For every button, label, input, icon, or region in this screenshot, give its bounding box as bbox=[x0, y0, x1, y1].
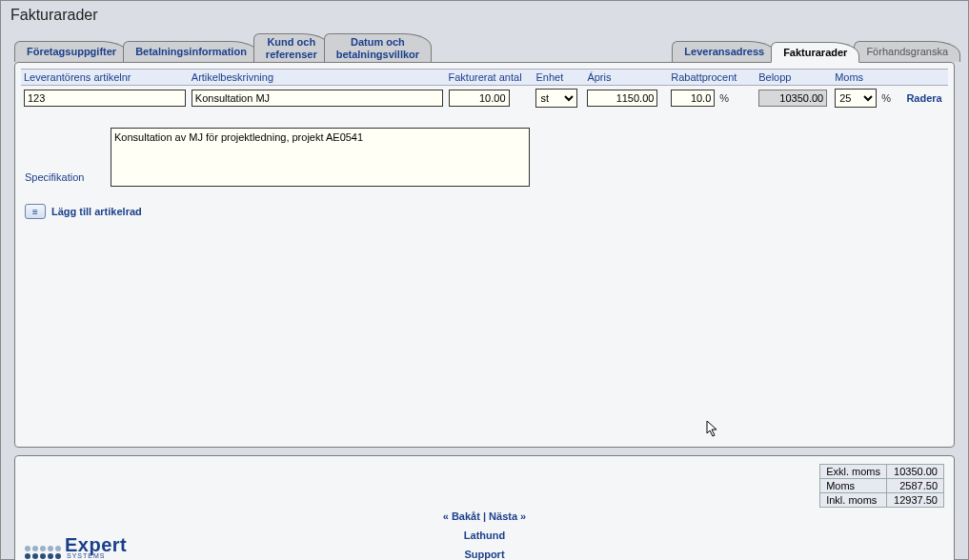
brand-logo: Expert SYSTEMS bbox=[25, 535, 127, 559]
invoice-lines-panel: Leverantörens artikelnr Artikelbeskrivni… bbox=[14, 62, 955, 448]
discount-input[interactable] bbox=[671, 90, 715, 107]
invoice-line-row: st % 25 % Radera bbox=[21, 86, 948, 110]
tab-company[interactable]: Företagsuppgifter bbox=[14, 41, 129, 62]
total-incl-value: 12937.50 bbox=[887, 493, 944, 508]
vat-select[interactable]: 25 bbox=[835, 89, 877, 108]
logo-dots-icon bbox=[25, 546, 61, 559]
amount-output bbox=[758, 90, 827, 107]
col-qty: Fakturerat antal bbox=[446, 71, 534, 83]
totals-table: Exkl. moms 10350.00 Moms 2587.50 Inkl. m… bbox=[819, 464, 944, 508]
tab-bar: Företagsuppgifter Betalningsinformation … bbox=[1, 28, 968, 62]
total-vat-label: Moms bbox=[820, 479, 887, 493]
tab-payment-info[interactable]: Betalningsinformation bbox=[123, 41, 259, 62]
tab-customer-refs[interactable]: Kund och referenser bbox=[253, 33, 330, 62]
add-line-icon: ≡ bbox=[25, 204, 46, 219]
tab-preview[interactable]: Förhandsgranska bbox=[854, 41, 960, 62]
specification-textarea[interactable]: Konsultation av MJ för projektledning, p… bbox=[111, 128, 530, 187]
col-delete bbox=[900, 71, 948, 83]
footer-panel: Exkl. moms 10350.00 Moms 2587.50 Inkl. m… bbox=[14, 455, 955, 560]
description-input[interactable] bbox=[192, 90, 443, 107]
grid-header: Leverantörens artikelnr Artikelbeskrivni… bbox=[21, 69, 948, 86]
cursor-icon bbox=[706, 420, 721, 439]
tab-delivery-address[interactable]: Leveransadress bbox=[672, 41, 777, 62]
vat-pct-label: % bbox=[879, 92, 891, 104]
tab-spacer bbox=[426, 41, 677, 62]
nav-sep: | bbox=[480, 510, 489, 522]
col-article-no: Leverantörens artikelnr bbox=[21, 71, 189, 83]
qty-input[interactable] bbox=[449, 90, 510, 107]
nav-back-link[interactable]: « Bakåt bbox=[443, 510, 480, 522]
total-incl-label: Inkl. moms bbox=[820, 493, 887, 508]
nav-next-link[interactable]: Nästa » bbox=[489, 510, 526, 522]
col-amount: Belopp bbox=[756, 71, 832, 83]
add-line-button[interactable]: ≡ Lägg till artikelrad bbox=[25, 204, 948, 219]
nav-support-link[interactable]: Support bbox=[464, 549, 504, 560]
col-vat: Moms bbox=[832, 71, 900, 83]
page-title: Fakturarader bbox=[1, 1, 968, 28]
unit-select[interactable]: st bbox=[535, 89, 577, 108]
discount-pct-label: % bbox=[717, 92, 729, 104]
nav-help-link[interactable]: Lathund bbox=[464, 530, 505, 541]
tab-date-terms[interactable]: Datum och betalningsvillkor bbox=[324, 33, 432, 62]
delete-line-link[interactable]: Radera bbox=[906, 92, 941, 104]
col-description: Artikelbeskrivning bbox=[189, 71, 446, 83]
tab-invoice-lines[interactable]: Fakturarader bbox=[771, 42, 859, 64]
specification-label: Specifikation bbox=[25, 171, 111, 187]
price-input[interactable] bbox=[587, 90, 657, 107]
col-unit: Enhet bbox=[533, 71, 584, 83]
logo-brand-text: Expert bbox=[65, 535, 127, 554]
footer-nav: « Bakåt | Nästa » Lathund Support bbox=[25, 508, 944, 560]
article-no-input[interactable] bbox=[24, 90, 186, 107]
total-vat-value: 2587.50 bbox=[887, 479, 944, 493]
col-discount: Rabattprocent bbox=[668, 71, 756, 83]
specification-row: Specifikation Konsultation av MJ för pro… bbox=[25, 128, 948, 187]
total-excl-value: 10350.00 bbox=[887, 465, 944, 479]
add-line-label: Lägg till artikelrad bbox=[51, 206, 142, 217]
total-excl-label: Exkl. moms bbox=[820, 465, 887, 479]
col-price: Ápris bbox=[584, 71, 668, 83]
